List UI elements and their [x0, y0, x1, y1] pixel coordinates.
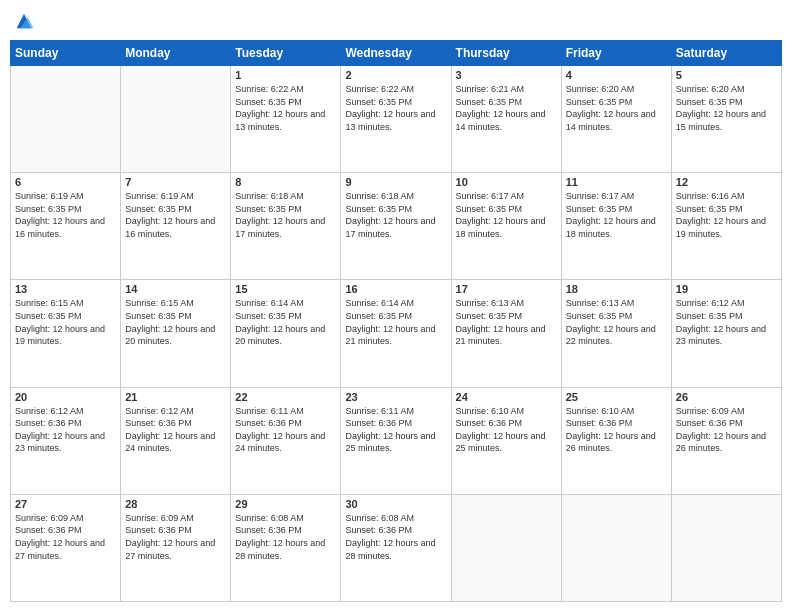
day-number: 1 [235, 69, 336, 81]
day-info: Sunrise: 6:19 AM Sunset: 6:35 PM Dayligh… [15, 190, 116, 240]
calendar-day-cell: 9Sunrise: 6:18 AM Sunset: 6:35 PM Daylig… [341, 173, 451, 280]
calendar-header-cell: Monday [121, 41, 231, 66]
day-info: Sunrise: 6:12 AM Sunset: 6:35 PM Dayligh… [676, 297, 777, 347]
day-info: Sunrise: 6:09 AM Sunset: 6:36 PM Dayligh… [15, 512, 116, 562]
day-number: 19 [676, 283, 777, 295]
calendar-day-cell: 27Sunrise: 6:09 AM Sunset: 6:36 PM Dayli… [11, 494, 121, 601]
day-info: Sunrise: 6:12 AM Sunset: 6:36 PM Dayligh… [15, 405, 116, 455]
calendar-day-cell [561, 494, 671, 601]
day-number: 22 [235, 391, 336, 403]
calendar-header-cell: Thursday [451, 41, 561, 66]
calendar-day-cell: 3Sunrise: 6:21 AM Sunset: 6:35 PM Daylig… [451, 66, 561, 173]
day-info: Sunrise: 6:22 AM Sunset: 6:35 PM Dayligh… [345, 83, 446, 133]
day-info: Sunrise: 6:14 AM Sunset: 6:35 PM Dayligh… [345, 297, 446, 347]
logo [10, 10, 35, 32]
day-number: 30 [345, 498, 446, 510]
day-number: 15 [235, 283, 336, 295]
day-info: Sunrise: 6:10 AM Sunset: 6:36 PM Dayligh… [456, 405, 557, 455]
calendar-day-cell: 12Sunrise: 6:16 AM Sunset: 6:35 PM Dayli… [671, 173, 781, 280]
calendar-day-cell: 14Sunrise: 6:15 AM Sunset: 6:35 PM Dayli… [121, 280, 231, 387]
calendar-day-cell: 30Sunrise: 6:08 AM Sunset: 6:36 PM Dayli… [341, 494, 451, 601]
day-number: 26 [676, 391, 777, 403]
day-info: Sunrise: 6:18 AM Sunset: 6:35 PM Dayligh… [235, 190, 336, 240]
calendar-day-cell: 25Sunrise: 6:10 AM Sunset: 6:36 PM Dayli… [561, 387, 671, 494]
day-info: Sunrise: 6:21 AM Sunset: 6:35 PM Dayligh… [456, 83, 557, 133]
day-info: Sunrise: 6:11 AM Sunset: 6:36 PM Dayligh… [345, 405, 446, 455]
day-number: 29 [235, 498, 336, 510]
calendar-header-cell: Friday [561, 41, 671, 66]
calendar-day-cell: 4Sunrise: 6:20 AM Sunset: 6:35 PM Daylig… [561, 66, 671, 173]
day-number: 14 [125, 283, 226, 295]
calendar-day-cell [11, 66, 121, 173]
calendar-day-cell: 11Sunrise: 6:17 AM Sunset: 6:35 PM Dayli… [561, 173, 671, 280]
calendar-day-cell: 22Sunrise: 6:11 AM Sunset: 6:36 PM Dayli… [231, 387, 341, 494]
day-info: Sunrise: 6:08 AM Sunset: 6:36 PM Dayligh… [345, 512, 446, 562]
calendar-week-row: 27Sunrise: 6:09 AM Sunset: 6:36 PM Dayli… [11, 494, 782, 601]
calendar-week-row: 20Sunrise: 6:12 AM Sunset: 6:36 PM Dayli… [11, 387, 782, 494]
day-number: 21 [125, 391, 226, 403]
day-number: 25 [566, 391, 667, 403]
day-number: 11 [566, 176, 667, 188]
calendar-day-cell: 24Sunrise: 6:10 AM Sunset: 6:36 PM Dayli… [451, 387, 561, 494]
calendar-header-row: SundayMondayTuesdayWednesdayThursdayFrid… [11, 41, 782, 66]
calendar-day-cell: 10Sunrise: 6:17 AM Sunset: 6:35 PM Dayli… [451, 173, 561, 280]
day-number: 28 [125, 498, 226, 510]
day-info: Sunrise: 6:12 AM Sunset: 6:36 PM Dayligh… [125, 405, 226, 455]
day-number: 10 [456, 176, 557, 188]
day-number: 17 [456, 283, 557, 295]
calendar-day-cell: 13Sunrise: 6:15 AM Sunset: 6:35 PM Dayli… [11, 280, 121, 387]
day-info: Sunrise: 6:15 AM Sunset: 6:35 PM Dayligh… [15, 297, 116, 347]
day-number: 18 [566, 283, 667, 295]
calendar-day-cell: 18Sunrise: 6:13 AM Sunset: 6:35 PM Dayli… [561, 280, 671, 387]
day-number: 16 [345, 283, 446, 295]
day-number: 27 [15, 498, 116, 510]
calendar-week-row: 6Sunrise: 6:19 AM Sunset: 6:35 PM Daylig… [11, 173, 782, 280]
day-number: 23 [345, 391, 446, 403]
day-info: Sunrise: 6:10 AM Sunset: 6:36 PM Dayligh… [566, 405, 667, 455]
day-info: Sunrise: 6:22 AM Sunset: 6:35 PM Dayligh… [235, 83, 336, 133]
day-number: 8 [235, 176, 336, 188]
calendar-table: SundayMondayTuesdayWednesdayThursdayFrid… [10, 40, 782, 602]
logo-icon [13, 10, 35, 32]
calendar-day-cell: 17Sunrise: 6:13 AM Sunset: 6:35 PM Dayli… [451, 280, 561, 387]
day-info: Sunrise: 6:08 AM Sunset: 6:36 PM Dayligh… [235, 512, 336, 562]
day-number: 6 [15, 176, 116, 188]
day-info: Sunrise: 6:14 AM Sunset: 6:35 PM Dayligh… [235, 297, 336, 347]
calendar-day-cell [121, 66, 231, 173]
day-info: Sunrise: 6:16 AM Sunset: 6:35 PM Dayligh… [676, 190, 777, 240]
day-info: Sunrise: 6:20 AM Sunset: 6:35 PM Dayligh… [566, 83, 667, 133]
calendar-day-cell [671, 494, 781, 601]
day-number: 13 [15, 283, 116, 295]
day-info: Sunrise: 6:17 AM Sunset: 6:35 PM Dayligh… [456, 190, 557, 240]
day-number: 4 [566, 69, 667, 81]
day-number: 9 [345, 176, 446, 188]
day-number: 3 [456, 69, 557, 81]
day-info: Sunrise: 6:20 AM Sunset: 6:35 PM Dayligh… [676, 83, 777, 133]
calendar-day-cell [451, 494, 561, 601]
calendar-day-cell: 23Sunrise: 6:11 AM Sunset: 6:36 PM Dayli… [341, 387, 451, 494]
page-header [10, 10, 782, 32]
calendar-header-cell: Sunday [11, 41, 121, 66]
calendar-day-cell: 19Sunrise: 6:12 AM Sunset: 6:35 PM Dayli… [671, 280, 781, 387]
calendar-day-cell: 29Sunrise: 6:08 AM Sunset: 6:36 PM Dayli… [231, 494, 341, 601]
calendar-day-cell: 21Sunrise: 6:12 AM Sunset: 6:36 PM Dayli… [121, 387, 231, 494]
day-number: 20 [15, 391, 116, 403]
calendar-day-cell: 8Sunrise: 6:18 AM Sunset: 6:35 PM Daylig… [231, 173, 341, 280]
calendar-day-cell: 1Sunrise: 6:22 AM Sunset: 6:35 PM Daylig… [231, 66, 341, 173]
calendar-week-row: 1Sunrise: 6:22 AM Sunset: 6:35 PM Daylig… [11, 66, 782, 173]
day-info: Sunrise: 6:18 AM Sunset: 6:35 PM Dayligh… [345, 190, 446, 240]
calendar-day-cell: 28Sunrise: 6:09 AM Sunset: 6:36 PM Dayli… [121, 494, 231, 601]
day-number: 2 [345, 69, 446, 81]
calendar-day-cell: 6Sunrise: 6:19 AM Sunset: 6:35 PM Daylig… [11, 173, 121, 280]
day-info: Sunrise: 6:09 AM Sunset: 6:36 PM Dayligh… [125, 512, 226, 562]
day-info: Sunrise: 6:11 AM Sunset: 6:36 PM Dayligh… [235, 405, 336, 455]
calendar-header-cell: Saturday [671, 41, 781, 66]
calendar-week-row: 13Sunrise: 6:15 AM Sunset: 6:35 PM Dayli… [11, 280, 782, 387]
day-number: 24 [456, 391, 557, 403]
calendar-day-cell: 2Sunrise: 6:22 AM Sunset: 6:35 PM Daylig… [341, 66, 451, 173]
day-number: 12 [676, 176, 777, 188]
day-info: Sunrise: 6:17 AM Sunset: 6:35 PM Dayligh… [566, 190, 667, 240]
calendar-header-cell: Wednesday [341, 41, 451, 66]
calendar-header-cell: Tuesday [231, 41, 341, 66]
day-info: Sunrise: 6:19 AM Sunset: 6:35 PM Dayligh… [125, 190, 226, 240]
